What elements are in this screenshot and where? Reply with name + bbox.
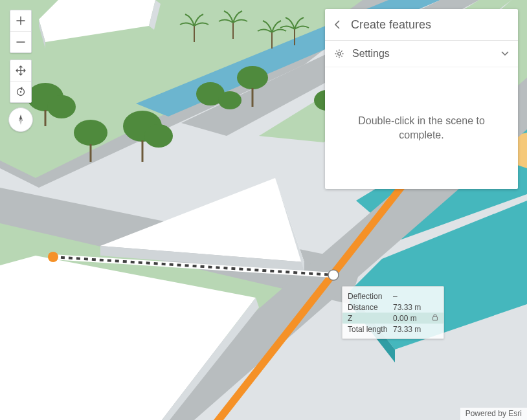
rotate-icon	[16, 87, 26, 97]
tooltip-label: Deflection	[348, 292, 393, 301]
svg-point-26	[328, 270, 339, 280]
settings-row[interactable]: Settings	[325, 41, 518, 67]
tooltip-value: 73.33 m	[393, 303, 438, 312]
svg-point-33	[218, 91, 241, 109]
svg-point-25	[48, 252, 58, 262]
minus-icon	[16, 38, 25, 47]
gear-icon	[334, 49, 344, 59]
tooltip-label: Z	[348, 314, 393, 323]
tooltip-label: Distance	[348, 303, 393, 312]
tooltip-row-distance: Distance 73.33 m	[348, 302, 438, 313]
settings-label: Settings	[352, 48, 390, 60]
panel-title: Create features	[351, 18, 431, 32]
svg-point-34	[237, 66, 268, 89]
pan-button[interactable]	[10, 60, 31, 81]
compass-icon	[14, 113, 27, 126]
pan-icon	[16, 65, 26, 76]
svg-point-28	[47, 95, 76, 118]
svg-rect-49	[433, 316, 438, 320]
svg-point-48	[338, 52, 341, 56]
zoom-in-button[interactable]	[10, 10, 31, 31]
tooltip-row-total: Total length 73.33 m	[348, 324, 438, 335]
panel-hint: Double-click in the scene to complete.	[325, 67, 518, 189]
create-features-panel: Create features Settings Double-click in…	[325, 9, 518, 189]
attribution: Powered by Esri	[460, 408, 527, 420]
tooltip-row-z: Z 0.00 m	[342, 313, 443, 324]
measure-tooltip: Deflection – Distance 73.33 m Z 0.00 m T…	[342, 286, 444, 339]
panel-header: Create features	[325, 9, 518, 41]
rotate-button[interactable]	[10, 81, 31, 102]
svg-point-45	[20, 91, 21, 93]
zoom-out-button[interactable]	[10, 31, 31, 52]
tooltip-label: Total length	[348, 325, 393, 334]
compass-button[interactable]	[8, 107, 33, 132]
lock-icon	[432, 314, 438, 323]
tooltip-value: –	[393, 292, 438, 301]
chevron-left-icon	[334, 20, 342, 29]
back-button[interactable]	[334, 20, 342, 29]
zoom-controls	[10, 10, 32, 53]
svg-point-29	[74, 120, 107, 146]
tooltip-value: 73.33 m	[393, 325, 438, 334]
tooltip-value: 0.00 m	[393, 314, 432, 323]
svg-point-31	[144, 124, 173, 148]
navigation-controls	[10, 60, 32, 103]
chevron-down-icon	[501, 50, 509, 57]
tooltip-row-deflection: Deflection –	[348, 291, 438, 302]
plus-icon	[16, 16, 25, 25]
